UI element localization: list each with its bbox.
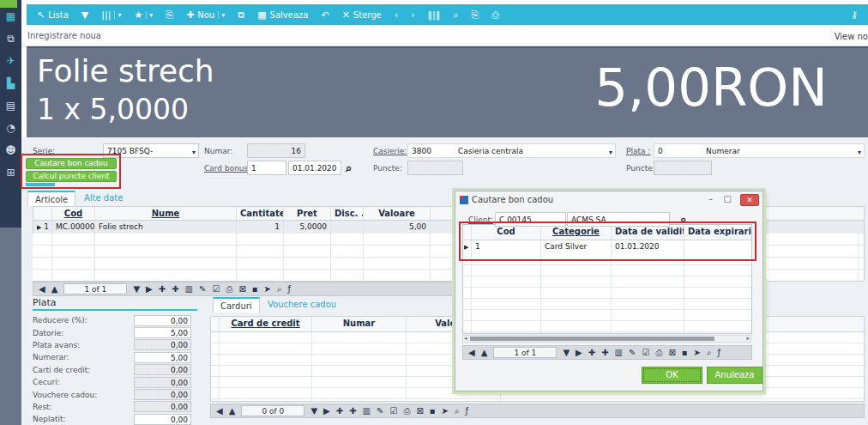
chevron-down-icon[interactable]: ▾ (192, 148, 196, 158)
pager-export-icon[interactable]: ⊠ (668, 349, 675, 357)
casierie-label[interactable]: Casierie: (373, 147, 407, 155)
plata-field-0[interactable]: 0,00 (134, 315, 191, 326)
card-bonus-label[interactable]: Card bonus: (204, 164, 250, 173)
next-record-icon[interactable]: › (411, 10, 414, 20)
header-pret[interactable]: Pret (284, 207, 331, 220)
dialog-cell-categorie[interactable]: Card Silver (541, 240, 612, 254)
columns-button[interactable]: ||| ▾ (101, 10, 121, 20)
pager-up-icon[interactable]: ▲ (481, 349, 488, 357)
pager-export-icon[interactable]: ⊠ (416, 407, 423, 416)
pager-insert-icon[interactable]: ✚ (349, 407, 356, 416)
tab-articole[interactable]: Articole (27, 191, 75, 206)
pager-search-icon[interactable]: ⌕ (707, 349, 712, 357)
tab-carduri[interactable]: Carduri (213, 297, 260, 313)
chevron-down-icon[interactable]: ▾ (114, 11, 121, 19)
client-search-icon[interactable]: ⌕ (680, 213, 686, 227)
cautare-bon-cadou-button[interactable]: Cautare bon cadou (26, 158, 117, 169)
barcode-icon[interactable]: ‖|‖ (428, 10, 441, 20)
pager-insert-icon[interactable]: ✚ (601, 349, 608, 357)
view-mode-link[interactable]: View no (835, 32, 868, 41)
pager-stop-icon[interactable]: ▪ (252, 285, 258, 294)
pager-search-icon[interactable]: ⌕ (455, 407, 460, 416)
grid-icon[interactable]: ⊞ (6, 167, 15, 179)
pager-up-icon[interactable]: ▲ (51, 285, 58, 294)
pager-down-icon[interactable]: ▼ (310, 407, 317, 416)
pager-search-icon[interactable]: ⌕ (277, 285, 282, 294)
pager-confirm-icon[interactable]: ☑ (642, 349, 649, 357)
pager-first-icon[interactable]: ◀ (216, 407, 223, 416)
dialog-cell-expirare[interactable] (684, 240, 751, 254)
plata-label[interactable]: Plata : (626, 147, 650, 155)
plata-field-8[interactable]: 0,00 (134, 414, 191, 425)
header-numar[interactable]: Numar (312, 317, 407, 331)
pager-last-icon[interactable]: ▶ (576, 349, 582, 357)
scroll-left-icon[interactable]: ◂ (464, 335, 467, 342)
maximize-button[interactable]: □ (724, 194, 732, 203)
pie-chart-icon[interactable]: ◔ (6, 123, 15, 134)
client-name-field[interactable]: ACMS SA (567, 212, 670, 227)
dialog-header-validitate[interactable]: Data de validit... (612, 225, 684, 240)
pager-pointer-icon[interactable]: ➤ (694, 349, 701, 357)
header-cantitate[interactable]: Cantitate 1 (237, 207, 284, 220)
plata-field-1[interactable]: 5,00 (134, 327, 191, 338)
pager-formula-icon[interactable]: ƒ (288, 285, 292, 294)
pager-add-icon[interactable]: ✚ (336, 407, 343, 416)
key-icon[interactable]: ⚷ (851, 10, 858, 20)
undo-icon[interactable]: ↶ (321, 10, 329, 20)
prev-record-icon[interactable]: ‹ (395, 10, 398, 20)
client-label[interactable]: Client: (468, 216, 493, 224)
pager-delete-icon[interactable]: ▥ (615, 349, 623, 357)
duplicate-icon[interactable]: ⧉ (238, 10, 244, 20)
cell-disc[interactable] (331, 221, 364, 234)
pager-insert-icon[interactable]: ✚ (172, 285, 178, 294)
cell-cod[interactable]: MC.000000 (52, 221, 95, 234)
print-icon[interactable]: ⎙ (491, 10, 499, 20)
scrollbar-thumb[interactable] (470, 337, 714, 341)
client-code-field[interactable]: C.00145 (495, 212, 566, 227)
pager-stop-icon[interactable]: ▪ (430, 407, 436, 416)
header-valoare[interactable]: Valoare (364, 207, 431, 220)
export-template-icon[interactable]: ⎘ (166, 10, 173, 20)
send-plane-icon[interactable]: ✈ (6, 56, 15, 67)
pager-first-icon[interactable]: ◀ (39, 285, 45, 294)
export-icon[interactable]: ⎘ (471, 10, 479, 20)
pager-export-icon[interactable]: ⊠ (238, 285, 245, 294)
pager-stop-icon[interactable]: ▪ (682, 349, 688, 357)
close-button[interactable]: ✕ (740, 194, 759, 206)
dialog-titlebar[interactable]: Cautare bon cadou – □ ✕ (455, 191, 763, 209)
dialog-header-cod[interactable]: Cod (472, 225, 541, 240)
hierarchy-icon[interactable]: ⧉ (7, 33, 15, 45)
pager-first-icon[interactable]: ◀ (468, 349, 475, 357)
serie-select[interactable]: 7105 BFSQ- ▾ (103, 143, 199, 158)
pager-print-icon[interactable]: ⎙ (403, 407, 410, 416)
nou-button[interactable]: ✚ Nou ▾ (186, 10, 225, 20)
sterge-button[interactable]: ✕ Sterge (342, 10, 382, 20)
dashboard-icon[interactable]: ▦ (6, 11, 15, 22)
pager-pointer-icon[interactable]: ➤ (442, 407, 449, 416)
pager-last-icon[interactable]: ▶ (323, 407, 330, 416)
zoom-icon[interactable]: ⌕ (453, 10, 458, 20)
pager-add-icon[interactable]: ✚ (159, 285, 166, 294)
cell-valoare[interactable]: 5,00 (364, 221, 431, 234)
pager-pointer-icon[interactable]: ➤ (264, 285, 271, 294)
cell-pret[interactable]: 5,0000 (284, 221, 331, 234)
card-bonus-search-icon[interactable]: ⌕ (346, 161, 352, 175)
tab-alte-date[interactable]: Alte date (77, 191, 130, 206)
pager-print-icon[interactable]: ⎙ (655, 349, 662, 357)
pager-add-icon[interactable]: ✚ (588, 349, 595, 357)
pager-edit-icon[interactable]: ✎ (629, 349, 636, 357)
minimize-button[interactable]: – (708, 194, 713, 203)
anuleaza-button[interactable]: Anuleaza (707, 367, 763, 384)
casierie-select[interactable]: 3800 Casieria centrala ▾ (407, 143, 616, 158)
pager-delete-icon[interactable]: ▥ (363, 407, 371, 416)
header-card-de-credit[interactable]: Card de credit (220, 317, 312, 331)
chevron-down-icon[interactable]: ▾ (609, 148, 612, 158)
chevron-down-icon[interactable]: ▾ (218, 11, 225, 19)
pager-confirm-icon[interactable]: ☑ (212, 285, 220, 294)
pager-up-icon[interactable]: ▲ (229, 407, 236, 416)
factory-icon[interactable]: ▙ (7, 78, 15, 89)
ok-button[interactable]: OK (642, 367, 702, 384)
salveaza-button[interactable]: ▦ Salveaza (257, 10, 308, 20)
pager-delete-icon[interactable]: ▥ (185, 285, 193, 294)
favorites-button[interactable]: ★ ▾ (134, 10, 153, 20)
